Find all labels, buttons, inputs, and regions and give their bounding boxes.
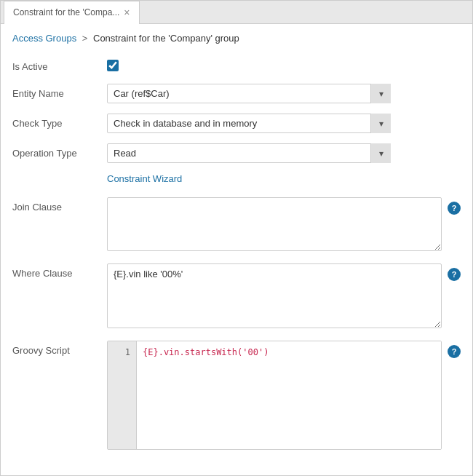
groovy-code[interactable]: {E}.vin.startsWith('00') <box>137 341 441 449</box>
where-clause-control: {E}.vin like '00%' <box>107 263 442 330</box>
is-active-checkbox[interactable] <box>107 60 119 71</box>
operation-type-select[interactable]: Read <box>107 143 391 163</box>
operation-type-label: Operation Type <box>12 143 107 159</box>
entity-name-label: Entity Name <box>12 84 107 99</box>
entity-name-select-wrap: Car (ref$Car) ▾ <box>107 84 391 103</box>
breadcrumb: Access Groups > Constraint for the 'Comp… <box>12 33 461 44</box>
check-type-label: Check Type <box>12 114 107 129</box>
entity-name-select[interactable]: Car (ref$Car) <box>107 84 391 103</box>
is-active-control <box>107 57 461 74</box>
groovy-script-help-icon[interactable]: ? <box>448 345 461 358</box>
breadcrumb-access-groups-link[interactable]: Access Groups <box>12 33 76 44</box>
join-clause-help-icon[interactable]: ? <box>448 202 461 215</box>
is-active-row: Is Active <box>12 57 461 74</box>
operation-type-control: Read ▾ <box>107 143 461 163</box>
tab-bar: Constraint for the 'Compa... × <box>1 1 472 24</box>
groovy-script-label: Groovy Script <box>12 341 107 356</box>
join-clause-label: Join Clause <box>12 197 107 213</box>
groovy-script-control: 1 {E}.vin.startsWith('00') <box>107 341 442 450</box>
breadcrumb-current: Constraint for the 'Company' group <box>93 33 239 44</box>
where-clause-help-icon[interactable]: ? <box>448 268 461 281</box>
line-numbers: 1 <box>108 341 137 449</box>
page-content: Access Groups > Constraint for the 'Comp… <box>1 24 472 469</box>
line-number-1: 1 <box>108 346 136 360</box>
where-clause-row: Where Clause {E}.vin like '00%' ? <box>12 263 461 330</box>
join-clause-control <box>107 197 442 253</box>
check-type-row: Check Type Check in database and in memo… <box>12 114 461 133</box>
where-clause-label: Where Clause <box>12 263 107 279</box>
wizard-row: Constraint Wizard <box>107 173 461 187</box>
main-window: Constraint for the 'Compa... × Access Gr… <box>0 0 473 476</box>
join-clause-textarea[interactable] <box>107 197 442 251</box>
is-active-label: Is Active <box>12 57 107 72</box>
entity-name-control: Car (ref$Car) ▾ <box>107 84 461 103</box>
entity-name-row: Entity Name Car (ref$Car) ▾ <box>12 84 461 103</box>
check-type-select[interactable]: Check in database and in memory <box>107 114 391 133</box>
tab-constraint[interactable]: Constraint for the 'Compa... × <box>4 1 140 24</box>
where-clause-textarea[interactable]: {E}.vin like '00%' <box>107 263 442 328</box>
operation-type-select-wrap: Read ▾ <box>107 143 391 163</box>
breadcrumb-separator: > <box>82 33 88 44</box>
tab-label: Constraint for the 'Compa... <box>13 7 119 17</box>
groovy-editor[interactable]: 1 {E}.vin.startsWith('00') <box>107 341 442 450</box>
groovy-code-text: {E}.vin.startsWith('00') <box>143 347 269 357</box>
join-clause-row: Join Clause ? <box>12 197 461 253</box>
constraint-wizard-link[interactable]: Constraint Wizard <box>107 173 182 184</box>
operation-type-row: Operation Type Read ▾ <box>12 143 461 163</box>
check-type-select-wrap: Check in database and in memory ▾ <box>107 114 391 133</box>
groovy-script-row: Groovy Script 1 {E}.vin.startsWith('00')… <box>12 341 461 450</box>
check-type-control: Check in database and in memory ▾ <box>107 114 461 133</box>
tab-close-button[interactable]: × <box>124 7 130 17</box>
